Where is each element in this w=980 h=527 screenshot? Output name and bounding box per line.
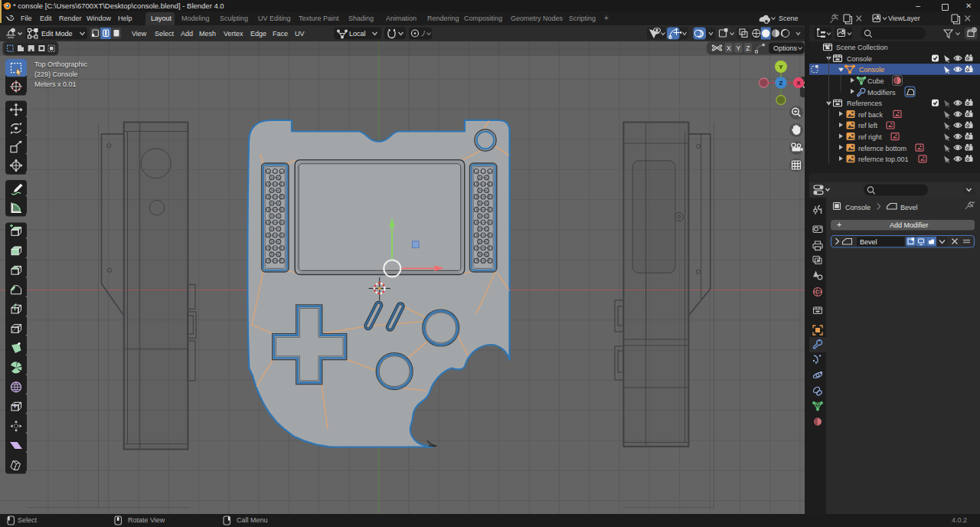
svg-text:ref back: ref back [858, 111, 884, 119]
svg-text:Options: Options [773, 44, 798, 52]
svg-text:Z: Z [779, 80, 783, 87]
svg-text:View: View [132, 30, 147, 38]
svg-text:refernce bottom: refernce bottom [858, 145, 906, 152]
svg-text:Add: Add [181, 30, 193, 38]
svg-text:Console: Console [859, 66, 884, 74]
svg-text:Cube: Cube [867, 77, 884, 85]
svg-text:Face: Face [273, 30, 288, 38]
svg-text:X: X [727, 44, 731, 52]
svg-text:Vertex: Vertex [224, 30, 243, 38]
svg-text:Console: Console [847, 55, 872, 63]
svg-text:ref left: ref left [858, 122, 878, 129]
svg-text:Add Modifier: Add Modifier [890, 221, 929, 229]
svg-text:+: + [837, 220, 841, 229]
svg-text:Modifiers: Modifiers [867, 89, 896, 97]
svg-text:Z: Z [746, 44, 750, 52]
svg-text:X: X [796, 80, 801, 87]
svg-text:ref right: ref right [858, 133, 882, 141]
svg-text:Scene Collection: Scene Collection [836, 44, 888, 51]
svg-text:Edge: Edge [250, 30, 266, 38]
svg-text:Bevel: Bevel [900, 204, 918, 211]
svg-text:Y: Y [779, 64, 783, 70]
svg-text:UV: UV [295, 30, 305, 38]
svg-text:Y: Y [736, 44, 740, 52]
svg-text:Mesh: Mesh [199, 30, 216, 38]
svg-text:Bevel: Bevel [860, 238, 877, 246]
svg-text:References: References [847, 100, 883, 107]
svg-text:refernce top.001: refernce top.001 [858, 155, 909, 163]
svg-text:Local: Local [349, 30, 366, 38]
svg-text:Edit Mode: Edit Mode [41, 30, 73, 38]
svg-text:Select: Select [155, 30, 175, 38]
svg-text:Console: Console [845, 204, 871, 211]
